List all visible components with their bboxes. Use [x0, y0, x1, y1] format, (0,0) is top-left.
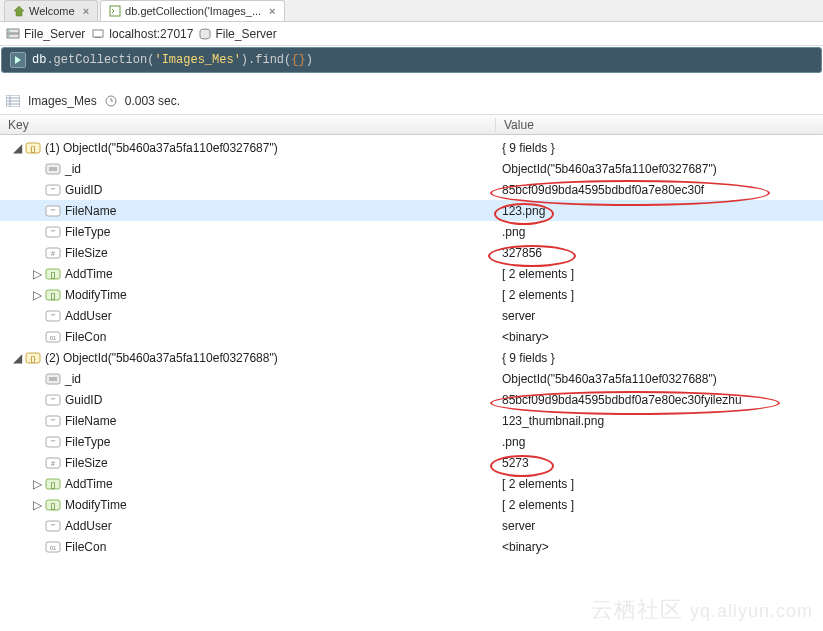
document-icon: {}	[25, 141, 41, 155]
field-row[interactable]: ▷[]ModifyTime[ 2 elements ]	[0, 284, 823, 305]
field-row[interactable]: ▷""GuidID85bcf09d9bda4595bdbdf0a7e80ec30…	[0, 179, 823, 200]
field-key: AddUser	[65, 309, 112, 323]
close-icon[interactable]: ×	[269, 5, 275, 17]
expand-icon[interactable]: ▷	[32, 288, 43, 302]
breadcrumb-db[interactable]: File_Server	[199, 27, 276, 41]
field-key: FileType	[65, 225, 110, 239]
field-key: FileType	[65, 435, 110, 449]
field-row[interactable]: ▷01FileCon<binary>	[0, 326, 823, 347]
collapse-icon[interactable]: ◢	[12, 351, 23, 365]
field-value: 123.png	[502, 204, 545, 218]
field-key: FileSize	[65, 456, 108, 470]
type-icon: ""	[45, 435, 61, 449]
field-row[interactable]: ▷""AddUserserver	[0, 515, 823, 536]
svg-text:[]: []	[51, 501, 55, 510]
field-key: FileCon	[65, 330, 106, 344]
field-row[interactable]: ▷""AddUserserver	[0, 305, 823, 326]
close-icon[interactable]: ×	[83, 5, 89, 17]
field-value: .png	[502, 225, 525, 239]
type-icon: ""	[45, 414, 61, 428]
doc-row[interactable]: ◢{}(2) ObjectId("5b460a37a5fa110ef032768…	[0, 347, 823, 368]
exec-time: 0.003 sec.	[125, 94, 180, 108]
result-tree: ◢{}(1) ObjectId("5b460a37a5fa110ef032768…	[0, 135, 823, 559]
clock-icon	[105, 95, 117, 107]
svg-rect-6	[95, 37, 101, 38]
svg-text:01: 01	[50, 335, 57, 341]
field-value: ObjectId("5b460a37a5fa110ef0327687")	[502, 162, 717, 176]
type-icon: ""	[45, 393, 61, 407]
svg-text:#: #	[51, 250, 55, 257]
field-row[interactable]: ▷#FileSize327856	[0, 242, 823, 263]
svg-text:"": ""	[51, 439, 56, 446]
field-value: [ 2 elements ]	[502, 477, 574, 491]
server-icon	[6, 28, 20, 40]
type-icon: 01	[45, 330, 61, 344]
field-value: server	[502, 309, 535, 323]
execute-button[interactable]	[10, 52, 26, 68]
svg-text:[]: []	[51, 291, 55, 300]
field-key: AddTime	[65, 477, 113, 491]
field-value: [ 2 elements ]	[502, 267, 574, 281]
svg-point-4	[8, 35, 10, 37]
col-header-key[interactable]: Key	[0, 118, 496, 132]
svg-text:"": ""	[51, 313, 56, 320]
field-value: 85bcf09d9bda4595bdbdf0a7e80ec30f	[502, 183, 704, 197]
field-row[interactable]: ▷_idObjectId("5b460a37a5fa110ef0327688")	[0, 368, 823, 389]
doc-row[interactable]: ◢{}(1) ObjectId("5b460a37a5fa110ef032768…	[0, 137, 823, 158]
tab-welcome[interactable]: Welcome ×	[4, 0, 98, 21]
tab-query[interactable]: db.getCollection('Images_... ×	[100, 0, 284, 21]
field-value: server	[502, 519, 535, 533]
breadcrumb-host[interactable]: localhost:27017	[91, 27, 193, 41]
doc-summary: { 9 fields }	[502, 141, 555, 155]
svg-text:#: #	[51, 460, 55, 467]
field-row[interactable]: ▷[]AddTime[ 2 elements ]	[0, 263, 823, 284]
breadcrumb: File_Server localhost:27017 File_Server	[0, 22, 823, 46]
field-value: <binary>	[502, 330, 549, 344]
field-key: FileName	[65, 204, 116, 218]
type-icon: []	[45, 477, 61, 491]
svg-text:{}: {}	[30, 354, 36, 363]
type-icon: #	[45, 456, 61, 470]
field-row[interactable]: ▷""FileType.png	[0, 431, 823, 452]
breadcrumb-server[interactable]: File_Server	[6, 27, 85, 41]
query-bar: db.getCollection('Images_Mes').find({})	[1, 47, 822, 73]
type-icon: ""	[45, 204, 61, 218]
expand-icon[interactable]: ▷	[32, 477, 43, 491]
field-row[interactable]: ▷[]ModifyTime[ 2 elements ]	[0, 494, 823, 515]
field-row[interactable]: ▷""FileName123_thumbnail.png	[0, 410, 823, 431]
type-icon: ""	[45, 309, 61, 323]
doc-label: (1) ObjectId("5b460a37a5fa110ef0327687")	[45, 141, 278, 155]
doc-summary: { 9 fields }	[502, 351, 555, 365]
svg-text:"": ""	[51, 397, 56, 404]
field-value: 5273	[502, 456, 529, 470]
query-text[interactable]: db.getCollection('Images_Mes').find({})	[32, 53, 313, 67]
field-key: FileCon	[65, 540, 106, 554]
collection-name: Images_Mes	[28, 94, 97, 108]
field-row[interactable]: ▷#FileSize5273	[0, 452, 823, 473]
field-row[interactable]: ▷[]AddTime[ 2 elements ]	[0, 473, 823, 494]
field-key: _id	[65, 372, 81, 386]
field-row[interactable]: ▷01FileCon<binary>	[0, 536, 823, 557]
col-header-value[interactable]: Value	[496, 118, 823, 132]
field-row[interactable]: ▷""GuidID85bcf09d9bda4595bdbdf0a7e80ec30…	[0, 389, 823, 410]
field-key: GuidID	[65, 393, 102, 407]
result-header: Key Value	[0, 115, 823, 135]
field-row[interactable]: ▷_idObjectId("5b460a37a5fa110ef0327687")	[0, 158, 823, 179]
field-key: ModifyTime	[65, 288, 127, 302]
svg-text:{}: {}	[30, 144, 36, 153]
field-key: AddTime	[65, 267, 113, 281]
expand-icon[interactable]: ▷	[32, 267, 43, 281]
svg-rect-17	[49, 167, 57, 171]
svg-point-3	[8, 30, 10, 32]
field-row[interactable]: ▷""FileType.png	[0, 221, 823, 242]
type-icon: #	[45, 246, 61, 260]
expand-icon[interactable]: ▷	[32, 498, 43, 512]
field-value: [ 2 elements ]	[502, 288, 574, 302]
collapse-icon[interactable]: ◢	[12, 141, 23, 155]
field-row[interactable]: ▷""FileName123.png	[0, 200, 823, 221]
editor-tabs: Welcome × db.getCollection('Images_... ×	[0, 0, 823, 22]
field-value: 85bcf09d9bda4595bdbdf0a7e80ec30fyilezhu	[502, 393, 742, 407]
document-icon: {}	[25, 351, 41, 365]
database-icon	[199, 28, 211, 40]
doc-label: (2) ObjectId("5b460a37a5fa110ef0327688")	[45, 351, 278, 365]
